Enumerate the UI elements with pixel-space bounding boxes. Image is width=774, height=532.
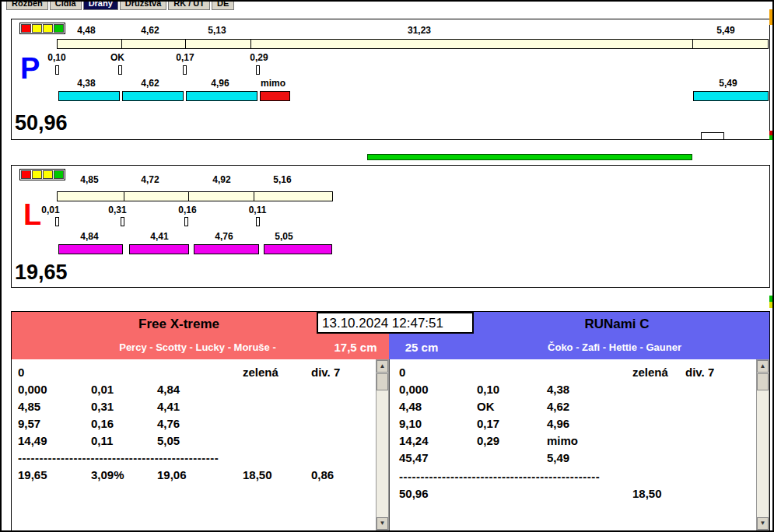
tab-de[interactable]: DE (212, 2, 234, 10)
legend-yellow-swatch (43, 170, 53, 179)
gap-tick (256, 65, 260, 75)
tab-rozbeh[interactable]: Rozbeh (6, 2, 48, 10)
ruler-label: 4,92 (212, 174, 230, 185)
right-scrollbar[interactable]: ▲ ▼ (756, 359, 769, 530)
tab-rk-ut[interactable]: RK / UT (168, 2, 210, 10)
tab-label: Čidlá (55, 2, 76, 8)
split-bar-ok (58, 91, 120, 101)
scroll-up-icon[interactable]: ▲ (757, 360, 769, 373)
split-bar (129, 244, 189, 254)
tab-label: Družstvá (125, 2, 161, 8)
result-row: 14,49 0,11 5,05 (12, 434, 376, 451)
result-row: 4,85 0,31 4,41 (12, 400, 376, 417)
result-row: 45,47 5,49 (390, 451, 756, 468)
result-cell: div. 7 (685, 366, 714, 379)
result-cell: 0,29 (477, 434, 499, 447)
left-team-size: 17,5 cm (334, 341, 376, 354)
ruler-label: 4,48 (77, 25, 95, 36)
result-cell: 19,65 (18, 468, 47, 481)
status-legend (19, 23, 65, 34)
lane-total-l: 19,65 (15, 261, 68, 285)
result-cell: 5,05 (157, 434, 180, 447)
total-row: 50,96 18,50 (390, 487, 756, 504)
gap-tick (183, 65, 187, 75)
tab-drahy[interactable]: Dráhy (83, 2, 118, 10)
result-cell: 3,09% (91, 468, 124, 481)
results-panel: Free X-treme Percy - Scotty - Lucky - Mo… (11, 311, 770, 531)
result-cell: 14,24 (399, 434, 429, 447)
ruler-label: 5,49 (716, 25, 734, 36)
result-cell: div. 7 (311, 366, 340, 379)
segment-label: 4,38 (77, 78, 95, 89)
window-edge-artifact (769, 296, 774, 302)
scrollbar-thumb[interactable] (757, 373, 769, 390)
gap-tick (184, 217, 188, 226)
result-cell: 4,84 (157, 383, 180, 396)
lane-total-p: 50,96 (15, 111, 68, 135)
gap-label: 0,01 (41, 205, 59, 215)
segment-label: 4,96 (211, 78, 229, 89)
gap-label: 0,10 (47, 52, 65, 63)
total-row: 19,65 3,09% 19,06 18,50 0,86 (12, 468, 376, 485)
result-cell: zelená (632, 366, 668, 379)
result-cell: 50,96 (399, 487, 429, 500)
ruler-divider (692, 40, 693, 48)
gap-tick (55, 217, 59, 226)
tab-label: Dráhy (89, 2, 113, 8)
result-cell: 19,06 (157, 468, 187, 481)
split-bar (194, 244, 259, 254)
split-bar (58, 244, 123, 254)
split-bar-ok (186, 91, 257, 101)
scroll-up-icon[interactable]: ▲ (376, 360, 388, 373)
lane-panel-l: 4,85 4,72 4,92 5,16 0,01 0,31 0,16 0,11 … (11, 165, 770, 288)
ruler-label: 31,23 (408, 25, 431, 36)
tab-cidla[interactable]: Čidlá (50, 2, 82, 10)
result-row: 0 zelená div. 7 (390, 366, 756, 383)
result-row: 4,48 OK 4,62 (390, 400, 756, 417)
gap-tick (118, 65, 122, 75)
right-team-size: 25 cm (405, 341, 439, 354)
result-cell: 4,96 (547, 417, 569, 430)
result-cell: 4,85 (18, 400, 40, 413)
scroll-down-icon[interactable]: ▼ (757, 517, 769, 530)
ruler-divider (185, 40, 186, 48)
run-progress-bar (367, 154, 692, 160)
legend-green-swatch (54, 24, 64, 33)
left-results-pane: 0 zelená div. 7 0,000 0,01 4,84 4,85 0,3… (12, 359, 376, 530)
result-cell: 0,16 (91, 417, 114, 430)
result-cell: 4,41 (157, 400, 180, 413)
result-row: 9,57 0,16 4,76 (12, 417, 376, 434)
scrollbar-thumb[interactable] (376, 373, 388, 390)
result-row: 0,000 0,01 4,84 (12, 383, 376, 400)
result-cell: 9,57 (18, 417, 40, 430)
segment-label: 5,05 (275, 231, 292, 242)
result-cell: 4,76 (157, 417, 180, 430)
gap-label: OK (110, 52, 124, 63)
window-edge-artifact (769, 9, 774, 25)
result-cell: 9,10 (399, 417, 422, 430)
separator-line: ----------------------------------------… (18, 451, 219, 464)
left-scrollbar[interactable]: ▲ ▼ (376, 359, 389, 530)
indicator-box (701, 132, 724, 140)
result-row: 9,10 0,17 4,96 (390, 417, 756, 434)
ruler-label: 4,72 (141, 174, 159, 185)
ruler-bar (57, 39, 769, 49)
segment-label: 5,49 (719, 78, 737, 89)
legend-red-swatch (21, 170, 31, 179)
result-cell: 45,47 (399, 451, 429, 464)
result-cell: 4,38 (547, 383, 569, 396)
segment-label: 4,62 (141, 78, 159, 89)
ruler-divider (250, 40, 251, 48)
result-cell: OK (477, 400, 495, 413)
scroll-down-icon[interactable]: ▼ (376, 517, 388, 530)
ruler-bar (57, 191, 333, 201)
ruler-label: 4,85 (80, 174, 98, 185)
gap-tick (121, 217, 124, 226)
result-cell: 0 (18, 366, 24, 379)
lane-letter-l: L (23, 200, 41, 229)
result-cell: 0,17 (477, 417, 499, 430)
split-bar-ok (693, 91, 769, 101)
tab-druzstva[interactable]: Družstvá (120, 2, 166, 10)
result-cell: 0,01 (91, 383, 114, 396)
ruler-divider (254, 192, 254, 201)
